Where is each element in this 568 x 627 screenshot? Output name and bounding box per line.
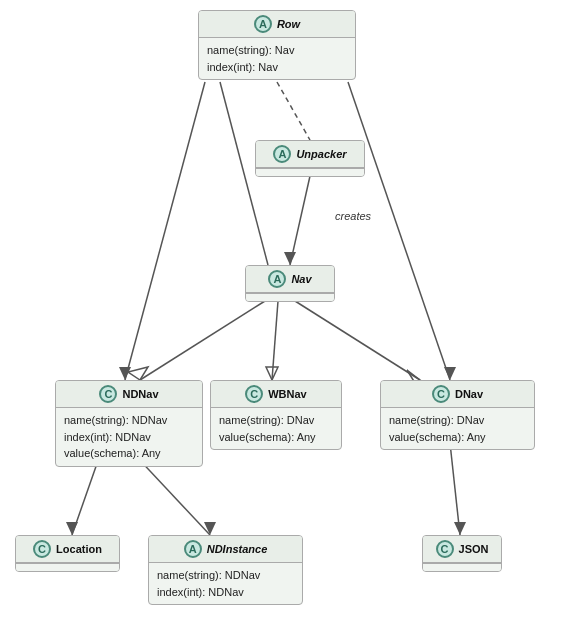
location-box: C Location — [15, 535, 120, 572]
svg-marker-5 — [128, 367, 148, 380]
unpacker-footer — [256, 168, 364, 176]
ndinstance-name: NDInstance — [207, 543, 268, 555]
svg-line-6 — [272, 301, 278, 380]
wbnav-box: C WBNav name(string): DNav value(schema)… — [210, 380, 342, 450]
dnav-box: C DNav name(string): DNav value(schema):… — [380, 380, 535, 450]
unpacker-badge: A — [273, 145, 291, 163]
dnav-name: DNav — [455, 388, 483, 400]
row-badge: A — [254, 15, 272, 33]
json-footer — [423, 563, 501, 571]
nav-footer — [246, 293, 334, 301]
arrows-svg — [0, 0, 568, 627]
dnav-field-1: name(string): DNav — [389, 412, 526, 429]
json-name: JSON — [459, 543, 489, 555]
svg-line-8 — [295, 301, 420, 380]
nav-badge: A — [268, 270, 286, 288]
svg-line-0 — [277, 82, 310, 140]
nav-header: A Nav — [246, 266, 334, 293]
wbnav-header: C WBNav — [211, 381, 341, 408]
svg-marker-15 — [66, 522, 78, 535]
ndnav-box: C NDNav name(string): NDNav index(int): … — [55, 380, 203, 467]
wbnav-body: name(string): DNav value(schema): Any — [211, 408, 341, 449]
ndnav-header: C NDNav — [56, 381, 202, 408]
ndinstance-header: A NDInstance — [149, 536, 302, 563]
ndnav-field-1: name(string): NDNav — [64, 412, 194, 429]
svg-line-16 — [135, 455, 210, 535]
nav-box: A Nav — [245, 265, 335, 302]
json-badge: C — [436, 540, 454, 558]
row-body: name(string): Nav index(int): Nav — [199, 38, 355, 79]
ndinstance-field-2: index(int): NDNav — [157, 584, 294, 601]
unpacker-name: Unpacker — [296, 148, 346, 160]
wbnav-field-1: name(string): DNav — [219, 412, 333, 429]
ndnav-body: name(string): NDNav index(int): NDNav va… — [56, 408, 202, 466]
row-header: A Row — [199, 11, 355, 38]
creates-label: creates — [335, 210, 371, 222]
svg-line-12 — [348, 82, 450, 380]
svg-line-1 — [290, 176, 310, 265]
json-header: C JSON — [423, 536, 501, 563]
location-badge: C — [33, 540, 51, 558]
ndinstance-badge: A — [184, 540, 202, 558]
location-footer — [16, 563, 119, 571]
diagram: A Row name(string): Nav index(int): Nav … — [0, 0, 568, 627]
svg-line-10 — [125, 82, 205, 380]
dnav-badge: C — [432, 385, 450, 403]
ndinstance-box: A NDInstance name(string): NDNav index(i… — [148, 535, 303, 605]
svg-marker-2 — [284, 252, 296, 265]
row-field-1: name(string): Nav — [207, 42, 347, 59]
json-box: C JSON — [422, 535, 502, 572]
row-box: A Row name(string): Nav index(int): Nav — [198, 10, 356, 80]
dnav-field-2: value(schema): Any — [389, 429, 526, 446]
svg-line-4 — [140, 301, 265, 380]
row-field-2: index(int): Nav — [207, 59, 347, 76]
svg-marker-7 — [266, 367, 278, 380]
ndnav-field-2: index(int): NDNav — [64, 429, 194, 446]
dnav-header: C DNav — [381, 381, 534, 408]
ndnav-badge: C — [99, 385, 117, 403]
nav-name: Nav — [291, 273, 311, 285]
ndinstance-body: name(string): NDNav index(int): NDNav — [149, 563, 302, 604]
svg-marker-17 — [204, 522, 216, 535]
ndnav-name: NDNav — [122, 388, 158, 400]
wbnav-field-2: value(schema): Any — [219, 429, 333, 446]
ndinstance-field-1: name(string): NDNav — [157, 567, 294, 584]
svg-marker-11 — [119, 367, 131, 380]
unpacker-header: A Unpacker — [256, 141, 364, 168]
ndnav-field-3: value(schema): Any — [64, 445, 194, 462]
svg-line-14 — [72, 455, 100, 535]
unpacker-box: A Unpacker — [255, 140, 365, 177]
wbnav-badge: C — [245, 385, 263, 403]
location-name: Location — [56, 543, 102, 555]
svg-marker-19 — [454, 522, 466, 535]
svg-line-18 — [450, 443, 460, 535]
dnav-body: name(string): DNav value(schema): Any — [381, 408, 534, 449]
svg-marker-13 — [444, 367, 456, 380]
row-name: Row — [277, 18, 300, 30]
wbnav-name: WBNav — [268, 388, 307, 400]
location-header: C Location — [16, 536, 119, 563]
